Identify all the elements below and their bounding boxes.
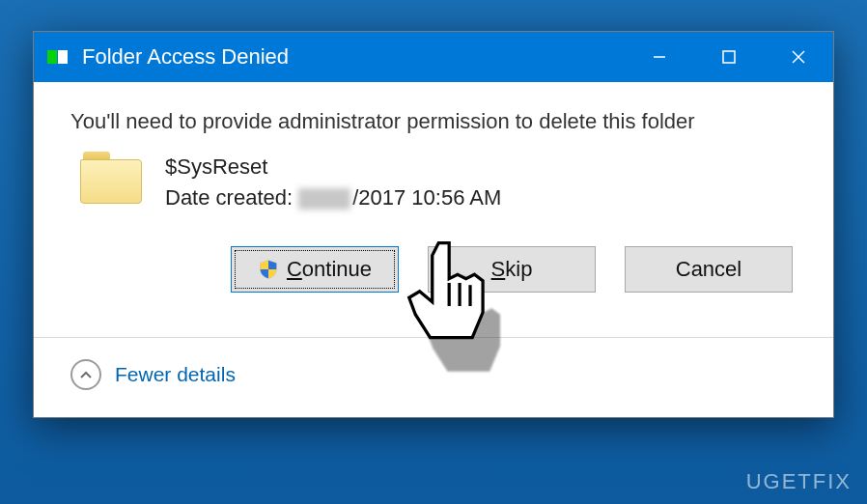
titlebar[interactable]: Folder Access Denied xyxy=(34,32,833,82)
maximize-button[interactable] xyxy=(694,32,764,82)
redacted-date xyxy=(298,188,350,210)
fewer-details-toggle[interactable]: Fewer details xyxy=(34,338,833,417)
window-title: Folder Access Denied xyxy=(82,44,625,70)
uac-shield-icon xyxy=(258,259,279,280)
watermark: UGETFIX xyxy=(746,469,852,494)
continue-button[interactable]: Continue xyxy=(231,246,399,293)
skip-button[interactable]: Skip xyxy=(428,246,596,293)
folder-date: Date created: /2017 10:56 AM xyxy=(165,182,501,213)
permission-message: You'll need to provide administrator per… xyxy=(70,109,797,134)
dialog-content: You'll need to provide administrator per… xyxy=(34,82,833,320)
svg-rect-1 xyxy=(723,51,735,63)
button-row: Continue Skip Cancel xyxy=(70,246,793,293)
folder-name: $SysReset xyxy=(165,152,501,182)
folder-icon xyxy=(80,152,142,204)
folder-access-denied-dialog: Folder Access Denied You'll need to prov… xyxy=(33,31,834,418)
chevron-up-icon xyxy=(70,359,101,390)
app-icon xyxy=(47,50,70,64)
window-controls xyxy=(625,32,833,82)
folder-details: $SysReset Date created: /2017 10:56 AM xyxy=(165,152,501,213)
minimize-button[interactable] xyxy=(625,32,694,82)
folder-info-row: $SysReset Date created: /2017 10:56 AM xyxy=(80,152,797,213)
close-button[interactable] xyxy=(764,32,833,82)
cancel-button[interactable]: Cancel xyxy=(625,246,793,293)
